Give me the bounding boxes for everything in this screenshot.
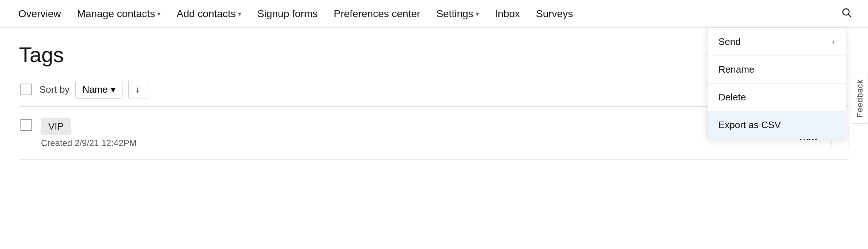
chevron-down-icon: ▾	[157, 10, 161, 18]
sort-select-dropdown[interactable]: Name ▾	[75, 81, 122, 99]
tag-row-checkbox[interactable]	[20, 119, 32, 131]
search-icon[interactable]	[835, 7, 858, 20]
nav-item-settings[interactable]: Settings ▾	[428, 0, 487, 28]
nav-label-add-contacts: Add contacts	[177, 8, 236, 20]
sort-direction-button[interactable]: ↓	[128, 80, 147, 99]
context-menu-item-rename[interactable]: Rename	[707, 56, 846, 84]
sort-arrow-icon: ↓	[136, 84, 140, 95]
nav-item-overview[interactable]: Overview	[10, 0, 69, 28]
submenu-arrow-icon: ›	[832, 37, 835, 47]
nav-item-manage-contacts[interactable]: Manage contacts ▾	[69, 0, 169, 28]
chevron-down-icon: ▾	[238, 10, 241, 18]
context-menu-rename-label: Rename	[718, 64, 754, 75]
page-content: Tags Sort by Name ▾ ↓ VIP Created 2/9/21…	[0, 28, 868, 160]
sort-chevron-icon: ▾	[111, 84, 116, 95]
context-menu-export-csv-label: Export as CSV	[718, 119, 781, 131]
nav-item-preferences-center[interactable]: Preferences center	[326, 0, 429, 28]
tag-badge: VIP	[41, 118, 71, 135]
context-menu: Send › Rename Delete Export as CSV	[707, 28, 846, 139]
tag-created-date: Created 2/9/21 12:42PM	[41, 138, 137, 148]
sort-by-label: Sort by	[39, 84, 69, 95]
sort-option-label: Name	[82, 84, 107, 95]
context-menu-item-export-csv[interactable]: Export as CSV	[707, 111, 846, 139]
top-navigation: Overview Manage contacts ▾ Add contacts …	[0, 0, 868, 28]
nav-item-signup-forms[interactable]: Signup forms	[249, 0, 326, 28]
nav-label-manage-contacts: Manage contacts	[77, 8, 155, 20]
tag-row-checkbox-wrap[interactable]	[19, 118, 34, 133]
nav-label-settings: Settings	[436, 8, 473, 20]
context-menu-delete-label: Delete	[718, 92, 746, 103]
nav-item-inbox[interactable]: Inbox	[487, 0, 528, 28]
svg-line-1	[849, 15, 851, 17]
nav-item-add-contacts[interactable]: Add contacts ▾	[169, 0, 249, 28]
chevron-down-icon: ▾	[476, 10, 479, 18]
context-menu-item-send[interactable]: Send ›	[707, 28, 846, 56]
context-menu-send-label: Send	[718, 36, 741, 47]
feedback-tab[interactable]: Feedback	[852, 73, 868, 124]
nav-item-surveys[interactable]: Surveys	[528, 0, 581, 28]
tag-info: VIP Created 2/9/21 12:42PM	[41, 118, 137, 148]
select-all-checkbox[interactable]	[20, 84, 32, 95]
context-menu-item-delete[interactable]: Delete	[707, 84, 846, 111]
select-all-checkbox-wrap[interactable]	[19, 82, 34, 97]
